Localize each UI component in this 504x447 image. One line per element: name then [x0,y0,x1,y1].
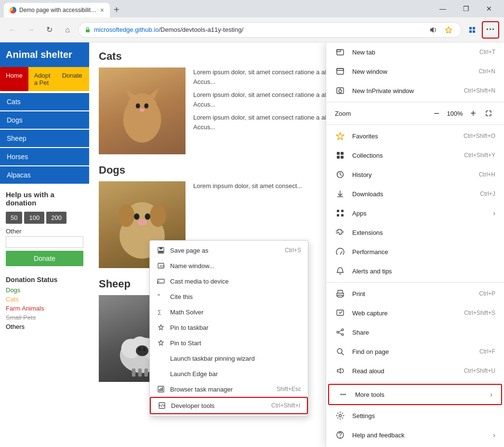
other-amount-input[interactable] [6,236,83,248]
menu-readaloud[interactable]: Read aloud Ctrl+Shift+U [326,361,504,380]
menu-share[interactable]: Share [326,323,504,342]
home-button[interactable]: ⌂ [60,22,75,38]
menu-new-tab-label: New tab [352,49,375,56]
context-menu: Save page as Ctrl+S abc Name window... C… [149,240,308,417]
close-window-button[interactable]: ✕ [478,1,500,16]
pet-item-sheep[interactable]: Sheep [0,130,89,147]
back-button[interactable]: ← [5,22,20,38]
svg-rect-42 [159,389,160,391]
pet-item-cats[interactable]: Cats [0,93,89,110]
ctx-cite[interactable]: " Cite this [150,289,308,304]
menu-favorites-label: Favorites [352,133,378,140]
menu-divider-3 [326,282,504,283]
donate-button[interactable]: Donate [6,251,83,266]
nav-item-adopt[interactable]: Adopt a Pet [28,67,56,91]
menu-favorites[interactable]: Favorites Ctrl+Shift+O [326,126,504,146]
ctx-pin-taskbar[interactable]: Pin to taskbar [150,320,308,335]
ctx-pin-start[interactable]: Pin to Start [150,335,308,351]
menu-new-window-shortcut: Ctrl+N [479,68,495,75]
menu-print[interactable]: Print Ctrl+P [326,284,504,303]
forward-button[interactable]: → [23,22,39,38]
amount-50[interactable]: 50 [6,212,22,224]
svg-rect-46 [337,50,344,55]
pet-item-dogs[interactable]: Dogs [0,111,89,129]
menu-help[interactable]: Help and feedback › [326,425,504,445]
menu-share-label: Share [352,329,369,336]
ctx-name-window[interactable]: abc Name window... [150,258,308,273]
menu-extensions[interactable]: Extensions [326,223,504,242]
svg-marker-8 [125,88,136,98]
ctx-launch-wizard-label: Launch taskbar pinning wizard [170,355,255,362]
svg-point-25 [136,345,148,356]
active-tab[interactable]: Demo page with accessibility iss × [4,3,110,17]
menu-new-tab[interactable]: New tab Ctrl+T [326,42,504,62]
collections-icon[interactable] [465,23,479,37]
menu-close-edge[interactable]: Close Microsoft Edge [326,445,504,447]
new-tab-button[interactable]: + [110,2,123,17]
pet-item-alpacas[interactable]: Alpacas [0,166,89,184]
status-list: Dogs Cats Farm Animals Small Pets Others [0,285,89,335]
ctx-task-manager[interactable]: Browser task manager Shift+Esc [150,381,308,397]
ctx-save-page[interactable]: Save page as Ctrl+S [150,243,308,258]
refresh-button[interactable]: ↻ [41,22,57,38]
favorites-icon[interactable] [442,23,455,37]
menu-apps[interactable]: Apps › [326,203,504,223]
menu-collections[interactable]: Collections Ctrl+Shift+Y [326,146,504,165]
alerts-icon [335,266,345,276]
address-input-wrap[interactable]: microsoftedge.github.io/Demos/devtools-a… [78,22,462,38]
svg-rect-29 [138,368,142,377]
ctx-launch-wizard[interactable]: Launch taskbar pinning wizard [150,351,308,366]
minimize-button[interactable]: — [432,1,454,16]
cast-icon [157,277,165,285]
menu-webcapture[interactable]: Web capture Ctrl+Shift+S [326,303,504,323]
amount-200[interactable]: 200 [46,212,66,224]
other-label: Other [6,228,83,235]
tab-close-button[interactable]: × [100,6,104,14]
svg-rect-62 [341,214,344,217]
menu-alerts[interactable]: Alerts and tips [326,261,504,281]
menu-performance[interactable]: Performance [326,242,504,261]
menu-find[interactable]: Find on page Ctrl+F [326,342,504,361]
svg-point-19 [138,219,147,226]
svg-point-26 [139,348,142,351]
ctx-edge-bar[interactable]: Launch Edge bar [150,366,308,381]
downloads-icon [335,189,345,199]
tab-bar: Demo page with accessibility iss × + [4,0,428,17]
apps-arrow: › [493,209,495,217]
svg-point-75 [343,394,344,395]
zoom-expand-button[interactable] [482,107,495,120]
menu-history[interactable]: History Ctrl+H [326,165,504,184]
amount-100[interactable]: 100 [24,212,44,224]
menu-settings[interactable]: Settings [326,406,504,425]
zoom-plus-button[interactable]: + [466,107,480,120]
svg-rect-49 [337,68,344,70]
ctx-dev-tools-shortcut: Ctrl+Shift+I [271,402,300,409]
nav-item-home[interactable]: Home [0,67,28,91]
menu-inprivate[interactable]: New InPrivate window Ctrl+Shift+N [326,81,504,100]
svg-rect-3 [473,27,475,29]
svg-rect-55 [337,156,340,159]
svg-rect-54 [341,152,344,155]
zoom-minus-button[interactable]: − [430,107,443,120]
menu-more-tools[interactable]: More tools › [328,384,502,405]
tab-favicon [10,7,16,14]
svg-rect-30 [145,368,148,377]
pin-taskbar-icon [157,323,165,332]
ctx-cast[interactable]: Cast media to device [150,273,308,289]
ctx-developer-tools[interactable]: Developer tools Ctrl+Shift+I [150,397,308,414]
read-aloud-icon[interactable] [426,23,440,37]
svg-rect-61 [337,214,339,217]
pet-item-horses[interactable]: Horses [0,148,89,165]
pin-start-icon [157,339,165,347]
maximize-button[interactable]: ❐ [455,1,477,16]
svg-rect-60 [341,210,344,212]
history-icon [335,169,345,180]
menu-extensions-label: Extensions [352,229,383,236]
menu-history-shortcut: Ctrl+H [479,171,495,178]
menu-new-window[interactable]: New window Ctrl+N [326,62,504,81]
browser-menu-button[interactable]: ··· [482,21,499,39]
more-tools-icon [338,389,348,400]
ctx-math[interactable]: ∑ Math Solver [150,304,308,320]
menu-downloads[interactable]: Downloads Ctrl+J [326,184,504,203]
nav-item-donate[interactable]: Donate [56,67,88,91]
